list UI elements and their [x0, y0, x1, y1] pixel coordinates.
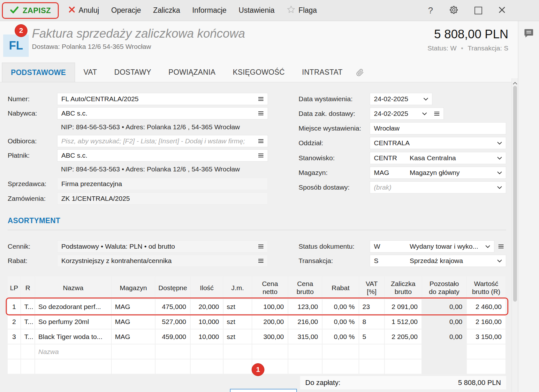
cennik-menu-icon[interactable]	[258, 244, 264, 249]
table-row-3-wartosc[interactable]: 3 150,00	[467, 329, 505, 344]
flag-button[interactable]: Flaga	[287, 5, 317, 16]
table-row-3-rabat[interactable]: 0,00 %	[323, 329, 359, 344]
data-zak-dostawy-field[interactable]: 24-02-2025	[370, 108, 444, 120]
menu-operacje[interactable]: Operacje	[111, 6, 141, 15]
table-row-2-cena-brutto[interactable]: 216,00	[288, 314, 322, 329]
scrollbar-thumb[interactable]	[513, 86, 517, 302]
status-dokumentu-field[interactable]: W Wydany towar i wyko...	[370, 240, 494, 253]
new-row-cell[interactable]	[385, 344, 421, 359]
table-row-3-cena-netto[interactable]: 300,00	[252, 329, 288, 344]
table-row-2-lp[interactable]: 2	[8, 314, 20, 329]
maximize-icon[interactable]	[474, 7, 482, 14]
empty-row-cell[interactable]	[156, 359, 190, 374]
table-row-1-magazyn[interactable]: MAG	[112, 299, 155, 314]
new-row-cell[interactable]	[191, 344, 223, 359]
table-row-2-rabat[interactable]: 0,00 %	[323, 314, 359, 329]
table-row-1-ilosc[interactable]: 20,000	[191, 299, 223, 314]
table-row-2-nazwa[interactable]: So perfumy 20ml	[35, 314, 111, 329]
rabat-field[interactable]: Korzystniejszy z kontrahenta/cennika	[57, 255, 268, 267]
tab-intrastat[interactable]: INTRASTAT	[293, 63, 351, 82]
table-row-3-jm[interactable]: szt	[224, 329, 252, 344]
col-header-nazwa[interactable]: Nazwa	[35, 276, 111, 299]
col-header-rabat[interactable]: Rabat	[323, 276, 359, 299]
col-header-wartosc-brutto[interactable]: Wartośćbrutto (R)	[467, 276, 505, 299]
new-row-cell[interactable]	[422, 344, 466, 359]
empty-row-cell[interactable]	[21, 359, 34, 374]
empty-row-cell[interactable]	[422, 359, 466, 374]
table-row-3-r[interactable]: T...	[21, 329, 34, 344]
nabywca-menu-icon[interactable]	[258, 111, 264, 116]
table-row-2-r[interactable]: T...	[21, 314, 34, 329]
status-dokumentu-menu-icon[interactable]	[498, 244, 504, 250]
sposob-dostawy-field[interactable]: (brak)	[370, 181, 506, 193]
table-row-2-cena-netto[interactable]: 200,00	[252, 314, 288, 329]
table-row-1-vat[interactable]: 23	[359, 299, 384, 314]
chevron-down-icon[interactable]	[485, 245, 490, 248]
menu-informacje[interactable]: Informacje	[192, 6, 226, 15]
new-row-nazwa[interactable]: Nazwa	[35, 344, 111, 359]
new-row-cell[interactable]	[467, 344, 505, 359]
col-header-lp[interactable]: LP	[8, 276, 20, 299]
table-row-1-dostepne[interactable]: 475,000	[156, 299, 190, 314]
table-row-2-jm[interactable]: szt	[224, 314, 252, 329]
table-row-1-cena-netto[interactable]: 100,00	[252, 299, 288, 314]
nabywca-field[interactable]: ABC s.c.	[57, 107, 268, 119]
cancel-button[interactable]: Anuluj	[68, 6, 99, 15]
tab-ksiegowosc[interactable]: KSIĘGOWOŚĆ	[224, 63, 293, 82]
data-wystawienia-field[interactable]: 24-02-2025	[370, 93, 432, 105]
col-header-magazyn[interactable]: Magazyn	[112, 276, 155, 299]
new-row-cell[interactable]	[156, 344, 190, 359]
table-row-2-magazyn[interactable]: MAG	[112, 314, 155, 329]
new-row-r[interactable]	[21, 344, 34, 359]
table-row-1-nazwa[interactable]: So dezodorant perf...	[35, 299, 111, 314]
table-row-3-magazyn[interactable]: MAG	[112, 329, 155, 344]
new-row-lp[interactable]	[8, 344, 20, 359]
chevron-down-icon[interactable]	[497, 186, 502, 189]
platnik-field[interactable]: ABC s.c.	[57, 149, 268, 162]
table-row-1-lp[interactable]: 1	[8, 299, 20, 314]
partially-visible-button[interactable]	[230, 389, 297, 392]
col-header-vat[interactable]: VAT[%]	[359, 276, 384, 299]
transakcja-field[interactable]: S Sprzedaż krajowa	[370, 255, 506, 267]
cennik-field[interactable]: Podstawowy • Waluta: PLN • od brutto	[57, 240, 268, 253]
col-header-pozostalo[interactable]: Pozostałodo zapłaty	[422, 276, 466, 299]
platnik-menu-icon[interactable]	[258, 153, 264, 158]
close-icon[interactable]	[498, 6, 506, 15]
table-row-3-ilosc[interactable]: 10,000	[191, 329, 223, 344]
chevron-down-icon[interactable]	[497, 142, 502, 145]
new-row-cell[interactable]	[224, 344, 252, 359]
numer-field[interactable]: FL Auto/CENTRALA/2025	[57, 93, 268, 105]
comment-bubble-icon[interactable]	[523, 27, 535, 40]
save-button[interactable]: ZAPISZ	[2, 2, 59, 19]
col-header-cena-netto[interactable]: Cenanetto	[252, 276, 288, 299]
scroll-up-icon[interactable]	[513, 80, 517, 86]
stanowisko-field[interactable]: CENTR Kasa Centralna	[370, 152, 506, 164]
table-row-2-wartosc[interactable]: 2 160,00	[467, 314, 505, 329]
new-row-cell[interactable]	[112, 344, 155, 359]
chevron-down-icon[interactable]	[497, 157, 502, 160]
gear-icon[interactable]	[449, 5, 459, 16]
chevron-down-icon[interactable]	[497, 171, 502, 174]
new-row-cell[interactable]	[323, 344, 359, 359]
tab-powiazania[interactable]: POWIĄZANIA	[160, 63, 224, 82]
col-header-cena-brutto[interactable]: Cenabrutto	[288, 276, 322, 299]
attachment-paperclip-icon[interactable]	[356, 63, 364, 82]
new-row-cell[interactable]	[288, 344, 322, 359]
new-row-cell[interactable]	[359, 344, 384, 359]
col-header-zaliczka-brutto[interactable]: Zaliczkabrutto	[385, 276, 421, 299]
col-header-dostepne[interactable]: Dostępne	[156, 276, 190, 299]
empty-row-cell[interactable]	[385, 359, 421, 374]
table-row-2-pozostalo[interactable]: 0,00	[422, 314, 466, 329]
table-row-1-zaliczka[interactable]: 2 091,00	[385, 299, 421, 314]
col-header-jm[interactable]: J.m.	[224, 276, 252, 299]
chevron-down-icon[interactable]	[423, 98, 428, 101]
numer-menu-icon[interactable]	[258, 97, 264, 101]
table-row-2-vat[interactable]: 8	[359, 314, 384, 329]
table-row-1-jm[interactable]: szt	[224, 299, 252, 314]
tab-dostawy[interactable]: DOSTAWY	[106, 63, 160, 82]
tab-podstawowe[interactable]: PODSTAWOWE	[2, 63, 75, 82]
table-row-3-nazwa[interactable]: Black Tiger woda to...	[35, 329, 111, 344]
empty-row-cell[interactable]	[191, 359, 223, 374]
table-row-1-rabat[interactable]: 0,00 %	[323, 299, 359, 314]
table-row-2-dostepne[interactable]: 527,000	[156, 314, 190, 329]
